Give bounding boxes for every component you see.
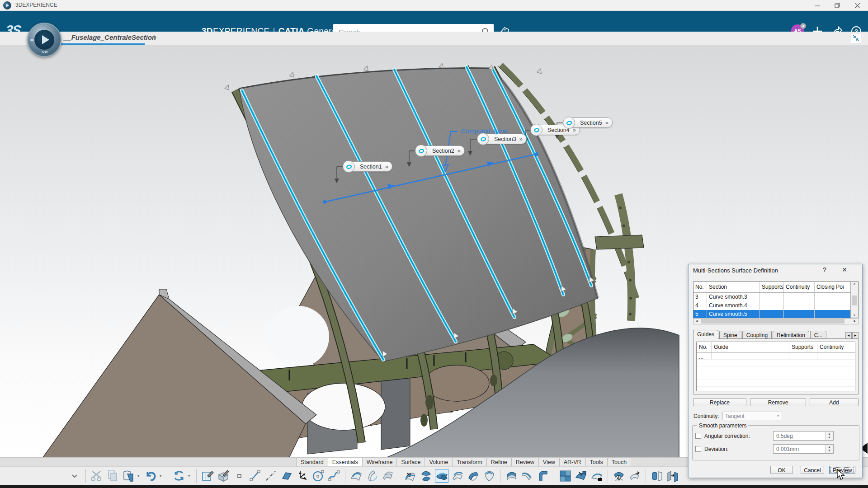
guide-row-empty[interactable]: ... [697, 353, 855, 360]
corner-icon[interactable] [536, 469, 550, 483]
minimize-button[interactable] [807, 0, 827, 11]
thick-surface-icon[interactable] [505, 469, 518, 483]
ribbon-tab-standard[interactable]: Standard [296, 458, 328, 467]
dialog-help-button[interactable]: ? [821, 266, 829, 273]
tab-spine[interactable]: Spine [719, 331, 741, 339]
positioned-sketch-icon[interactable] [217, 469, 230, 483]
extrapolate-icon[interactable] [612, 469, 626, 483]
section2-label[interactable]: Section2» [420, 145, 465, 156]
compass-play-icon [34, 30, 54, 50]
ok-button[interactable]: OK [770, 466, 793, 474]
deviation-checkbox[interactable] [695, 446, 701, 452]
section3-label[interactable]: Section3» [482, 134, 527, 144]
table-row[interactable]: 4 Curve smooth.4 [693, 301, 858, 310]
ribbon-tab-tools[interactable]: Tools [585, 458, 607, 467]
add-button[interactable]: Add [810, 398, 859, 406]
ribbon-tab-view[interactable]: View [538, 458, 559, 467]
ribbon-tab-wireframe[interactable]: Wireframe [362, 458, 397, 467]
fillet-icon[interactable] [520, 469, 534, 483]
close-button[interactable] [847, 0, 867, 11]
update-dropdown-icon[interactable]: ▾ [188, 474, 192, 478]
revolution-surface-icon[interactable] [365, 469, 379, 483]
ribbon-tab-essentials[interactable]: Essentials [328, 458, 362, 467]
offset-surface-small-icon[interactable] [381, 469, 395, 483]
expand-chevron[interactable]: » [385, 163, 388, 170]
maximize-button[interactable] [827, 0, 847, 11]
undo-icon[interactable] [144, 469, 157, 483]
remove-button[interactable]: Remove [750, 398, 806, 406]
plane-icon[interactable] [280, 469, 293, 483]
new-tab-button[interactable]: + [149, 33, 159, 43]
ribbon-tab-transform[interactable]: Transform [452, 458, 486, 467]
tab-scroll-right[interactable]: ► [852, 332, 859, 339]
section1-label[interactable]: Section1» [348, 161, 392, 172]
spinner-icon[interactable]: ▲▼ [826, 432, 833, 440]
line-icon[interactable] [248, 469, 262, 483]
guide-table[interactable]: No. Guide Supports Continuity ... [696, 342, 855, 391]
multi-sections-surface-icon[interactable] [435, 469, 448, 483]
cut-icon[interactable] [90, 469, 104, 483]
section-table-vscrollbar[interactable]: ∧∨ [850, 282, 858, 318]
expand-chevron[interactable]: » [605, 119, 609, 126]
join-icon[interactable] [558, 469, 572, 483]
offset-icon[interactable] [451, 469, 464, 483]
toolbar-overflow-chevron-icon[interactable] [68, 469, 81, 483]
tab-guides[interactable]: Guides [693, 330, 718, 339]
cell-section: Curve smooth.4 [707, 301, 760, 310]
dialog-close-button[interactable]: ✕ [840, 266, 849, 273]
dialog-tab-strip: Guides Spine Coupling Relimitation C... … [693, 330, 859, 339]
section-table[interactable]: No. Section Supports Continuity Closing … [693, 282, 859, 318]
multi-sections-surface-dialog[interactable]: Multi-Sections Surface Definition ? ✕ No… [688, 264, 863, 478]
blend-surface-icon[interactable] [419, 469, 433, 483]
ribbon-tab-ar-vr[interactable]: AR-VR [559, 458, 585, 467]
extract-icon[interactable] [403, 469, 417, 483]
tab-scroll-left[interactable]: ◄ [845, 332, 852, 339]
tab-coupling[interactable]: Coupling [742, 331, 772, 339]
undo-dropdown-icon[interactable]: ▾ [160, 474, 164, 478]
tab-relimitation[interactable]: Relimitation [773, 331, 809, 339]
viewport-collapse-icon[interactable] [851, 33, 861, 43]
section-table-hscrollbar[interactable]: ◄► [693, 318, 859, 324]
deviation-input[interactable]: 0.001mm ▲▼ [773, 444, 834, 454]
circle-icon[interactable] [311, 469, 325, 483]
paste-icon[interactable] [122, 469, 135, 483]
ribbon-tab-volume[interactable]: Volume [425, 458, 452, 467]
expand-chevron[interactable]: » [519, 136, 523, 142]
angular-correction-input[interactable]: 0.5deg ▲▼ [773, 431, 834, 441]
curve-icon [530, 124, 542, 136]
cylinder-icon[interactable] [650, 469, 664, 483]
cell-no: 3 [693, 293, 707, 301]
paste-dropdown-icon[interactable]: ▾ [137, 474, 142, 478]
table-row[interactable]: 3 Curve smooth.3 [693, 293, 858, 301]
ribbon-tab-review[interactable]: Review [511, 458, 538, 467]
ribbon-tab-surface[interactable]: Surface [396, 458, 425, 467]
sweep-surface-icon[interactable] [349, 469, 363, 483]
split-icon[interactable] [590, 469, 604, 483]
update-icon[interactable] [172, 469, 186, 483]
section-table-header: No. Section Supports Continuity Closing … [693, 282, 858, 293]
spline-icon[interactable] [327, 469, 341, 483]
tab-canonical[interactable]: C... [810, 331, 827, 339]
trim-icon[interactable] [574, 469, 588, 483]
copy-icon[interactable] [106, 469, 119, 483]
cancel-button[interactable]: Cancel [801, 466, 824, 474]
fill-surface-icon[interactable] [482, 469, 496, 483]
ribbon-tab-touch[interactable]: Touch [607, 458, 631, 467]
spinner-icon[interactable]: ▲▼ [826, 445, 833, 453]
point-icon[interactable] [232, 469, 246, 483]
sketch-icon[interactable] [201, 469, 214, 483]
compass-button[interactable]: 3D V.R [27, 23, 61, 57]
section5-label[interactable]: Section5» [568, 117, 613, 128]
axis-system-icon[interactable] [296, 469, 309, 483]
swept-surface-icon[interactable] [467, 469, 480, 483]
replace-button[interactable]: Replace [693, 398, 746, 406]
expand-chevron[interactable]: » [458, 147, 461, 154]
angular-correction-checkbox[interactable] [695, 433, 701, 439]
col-no: No. [693, 282, 707, 292]
ribbon-tab-refine[interactable]: Refine [486, 458, 511, 467]
invert-orientation-icon[interactable] [628, 469, 642, 483]
table-row-selected[interactable]: 5 Curve smooth.5 [693, 310, 858, 319]
axis-icon[interactable] [264, 469, 278, 483]
symmetry-icon[interactable] [666, 469, 679, 483]
continuity-dropdown[interactable]: Tangent ▼ [722, 412, 782, 420]
